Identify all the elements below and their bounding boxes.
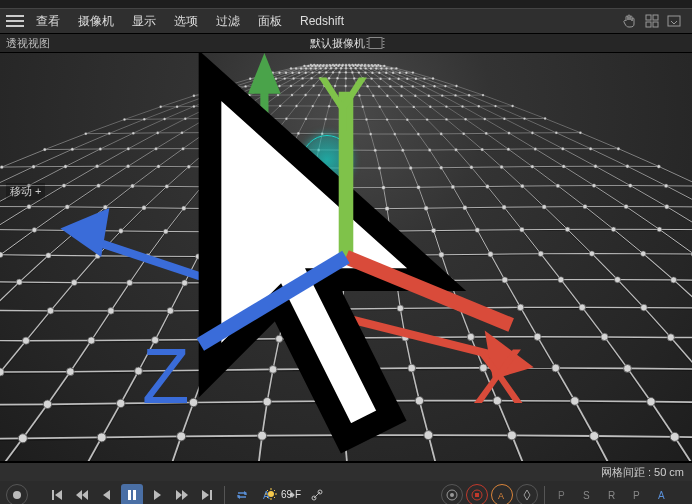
menu-redshift[interactable]: Redshift (292, 12, 352, 30)
hamburger-menu-icon[interactable] (4, 10, 26, 32)
svg-marker-2399 (154, 490, 161, 500)
key-rot-toggle[interactable]: R (601, 484, 623, 504)
svg-rect-2392 (52, 490, 54, 500)
svg-point-2391 (13, 491, 21, 499)
svg-rect-1 (653, 15, 658, 20)
key-transform-button[interactable] (466, 484, 488, 504)
spline-options-button[interactable] (306, 484, 328, 504)
active-camera-label[interactable]: 默认摄像机 (310, 36, 383, 51)
grid-icon[interactable] (644, 13, 660, 29)
svg-marker-2401 (182, 490, 188, 500)
playback-toolbar: A↓ A P S R P A (0, 481, 692, 504)
svg-marker-2402 (202, 490, 209, 500)
svg-rect-2398 (133, 490, 136, 500)
system-weather-widget[interactable]: 69 F (265, 488, 301, 500)
grid-spacing-readout: 网格间距 : 50 cm (601, 465, 684, 480)
svg-rect-2 (646, 22, 651, 27)
key-scale-toggle[interactable]: S (576, 484, 598, 504)
svg-marker-2396 (103, 490, 110, 500)
filmstrip-icon (369, 37, 383, 49)
svg-marker-2395 (82, 490, 88, 500)
svg-rect-3 (653, 22, 658, 27)
navigation-gizmo-icon[interactable]: Y X Z (0, 53, 692, 461)
svg-text:P: P (558, 490, 565, 501)
svg-marker-2400 (176, 490, 182, 500)
go-to-end-button[interactable] (196, 484, 218, 504)
prev-key-button[interactable] (71, 484, 93, 504)
svg-marker-2394 (76, 490, 82, 500)
next-frame-button[interactable] (171, 484, 193, 504)
svg-marker-2393 (55, 490, 62, 500)
svg-line-2387 (346, 257, 511, 325)
loop-button[interactable] (231, 484, 253, 504)
svg-text:S: S (583, 490, 590, 501)
play-button[interactable] (146, 484, 168, 504)
key-selection-button[interactable] (441, 484, 463, 504)
main-menu-bar: 查看 摄像机 显示 选项 过滤 面板 Redshift (0, 9, 692, 34)
svg-text:P: P (633, 490, 640, 501)
svg-line-2429 (274, 490, 275, 491)
svg-point-2421 (268, 491, 274, 497)
hand-pan-icon[interactable] (622, 13, 638, 29)
menu-options[interactable]: 选项 (166, 11, 206, 32)
menu-view[interactable]: 查看 (28, 11, 68, 32)
svg-line-2426 (267, 490, 268, 491)
svg-text:R: R (608, 490, 615, 501)
svg-rect-2403 (210, 490, 212, 500)
svg-text:X: X (472, 333, 524, 419)
svg-text:Z: Z (142, 333, 189, 419)
key-param-toggle[interactable]: P (626, 484, 648, 504)
menu-camera[interactable]: 摄像机 (70, 11, 122, 32)
svg-line-2389 (200, 257, 346, 344)
key-position-button[interactable]: A (491, 484, 513, 504)
svg-point-2412 (450, 493, 454, 497)
key-anim-toggle[interactable]: A (651, 484, 673, 504)
svg-rect-2397 (128, 490, 131, 500)
menu-display[interactable]: 显示 (124, 11, 164, 32)
svg-text:Y: Y (317, 61, 369, 147)
pause-button[interactable] (121, 484, 143, 504)
dropdown-icon[interactable] (666, 13, 682, 29)
sun-icon (265, 488, 277, 500)
svg-line-2427 (274, 497, 275, 498)
key-rotation-button[interactable] (516, 484, 538, 504)
status-bar: 网格间距 : 50 cm (0, 462, 692, 481)
svg-rect-0 (646, 15, 651, 20)
viewport-label: 透视视图 (6, 36, 50, 51)
3d-viewport[interactable]: 移动 + Y X Z (0, 53, 692, 462)
go-to-start-button[interactable] (46, 484, 68, 504)
svg-line-2428 (267, 497, 268, 498)
record-button[interactable] (6, 484, 28, 504)
menu-panel[interactable]: 面板 (250, 11, 290, 32)
svg-rect-2414 (475, 493, 479, 497)
prev-frame-button[interactable] (96, 484, 118, 504)
viewport-header: 透视视图 默认摄像机 (0, 34, 692, 53)
svg-text:A: A (498, 491, 504, 501)
menu-filter[interactable]: 过滤 (208, 11, 248, 32)
svg-text:A: A (658, 490, 665, 501)
key-pos-toggle[interactable]: P (551, 484, 573, 504)
